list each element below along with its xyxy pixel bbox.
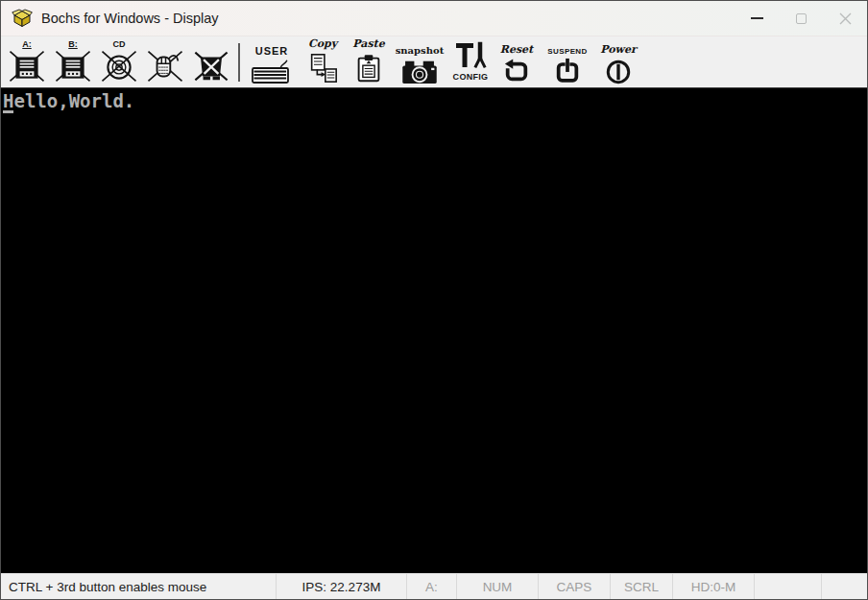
copy-label: Copy — [308, 37, 337, 50]
config-tools-icon — [453, 40, 488, 71]
floppy-a-icon — [9, 48, 45, 84]
window-controls — [735, 1, 867, 36]
floppy-a-label: A: — [4, 39, 50, 49]
titlebar: Bochs for Windows - Display — [1, 1, 867, 36]
status-ips: IPS: 22.273M — [277, 574, 407, 599]
minimize-icon — [751, 17, 763, 19]
status-floppy-a-indicator: A: — [407, 574, 457, 599]
status-hd-indicator: HD:0-M — [673, 574, 755, 599]
toolbar-button-media-box[interactable] — [188, 37, 234, 87]
power-icon — [603, 58, 634, 84]
suspend-icon — [552, 58, 583, 84]
power-label: Power — [600, 43, 637, 56]
status-scroll-lock: SCRL — [611, 574, 673, 599]
maximize-button[interactable] — [779, 1, 823, 36]
snapshot-label: snapshot — [396, 45, 445, 56]
bochs-logo-icon — [12, 9, 33, 28]
status-num-lock: NUM — [457, 574, 539, 599]
status-empty-1 — [755, 574, 822, 599]
cdrom-icon — [101, 48, 137, 84]
toolbar-button-snapshot[interactable]: snapshot — [392, 37, 447, 87]
toolbar: A: B: — [1, 36, 867, 87]
close-icon — [839, 12, 852, 25]
minimize-button[interactable] — [735, 1, 779, 36]
suspend-label: SUSPEND — [547, 47, 587, 56]
media-box-icon — [193, 48, 229, 84]
user-label: USER — [255, 45, 289, 57]
toolbar-button-mouse[interactable] — [142, 37, 188, 87]
user-keyboard-icon — [251, 59, 293, 84]
cdrom-label: CD — [96, 39, 142, 49]
toolbar-button-floppy-a[interactable]: A: — [4, 37, 50, 87]
text-cursor — [3, 110, 13, 113]
maximize-icon — [796, 13, 807, 24]
toolbar-button-power[interactable]: Power — [595, 37, 641, 87]
bochs-window: Bochs for Windows - Display A: — [0, 0, 868, 600]
toolbar-button-cdrom[interactable]: CD — [96, 37, 142, 87]
status-empty-2 — [822, 574, 867, 599]
toolbar-button-user[interactable]: USER — [244, 37, 300, 87]
close-button[interactable] — [823, 1, 867, 36]
toolbar-button-copy[interactable]: Copy — [300, 37, 346, 87]
status-caps-lock: CAPS — [539, 574, 611, 599]
window-title: Bochs for Windows - Display — [41, 11, 219, 26]
guest-display[interactable]: Hello,World. — [1, 87, 867, 573]
paste-label: Paste — [352, 37, 384, 50]
config-label: CONFIG — [453, 72, 489, 82]
status-mouse-hint: CTRL + 3rd button enables mouse — [1, 574, 277, 599]
toolbar-button-floppy-b[interactable]: B: — [50, 37, 96, 87]
toolbar-button-paste[interactable]: Paste — [346, 37, 392, 87]
paste-icon — [352, 52, 385, 84]
floppy-b-label: B: — [50, 39, 96, 49]
vga-text: Hello,World. — [3, 91, 134, 110]
reset-label: Reset — [500, 43, 533, 56]
floppy-b-icon — [55, 48, 91, 84]
copy-icon — [306, 52, 339, 84]
mouse-icon — [147, 48, 183, 84]
toolbar-button-reset[interactable]: Reset — [494, 37, 540, 87]
snapshot-camera-icon — [399, 58, 440, 84]
toolbar-button-suspend[interactable]: SUSPEND — [540, 37, 595, 87]
statusbar: CTRL + 3rd button enables mouse IPS: 22.… — [1, 573, 867, 599]
toolbar-button-config[interactable]: CONFIG — [447, 37, 494, 87]
reset-icon — [501, 58, 532, 84]
toolbar-separator — [238, 43, 240, 82]
